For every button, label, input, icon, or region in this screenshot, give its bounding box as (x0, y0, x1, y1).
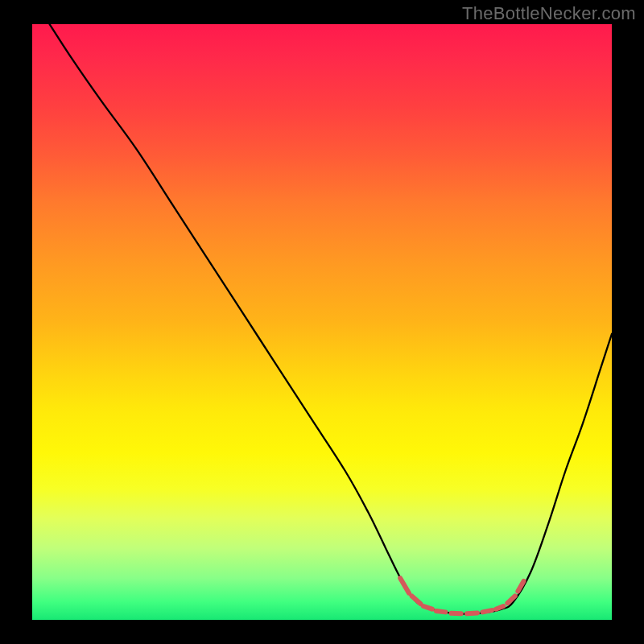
highlight-segment (496, 606, 503, 609)
highlight-segment (436, 611, 446, 612)
highlight-segment (518, 581, 523, 592)
highlight-segment (482, 610, 492, 612)
watermark-text: TheBottleNecker.com (462, 3, 636, 24)
chart-svg (32, 24, 612, 620)
highlight-segment (400, 578, 409, 593)
highlight-segment (412, 596, 421, 604)
chart-plot-area (32, 24, 612, 620)
highlight-segment (423, 606, 432, 609)
highlight-segment (467, 613, 477, 613)
bottleneck-curve (50, 24, 612, 614)
